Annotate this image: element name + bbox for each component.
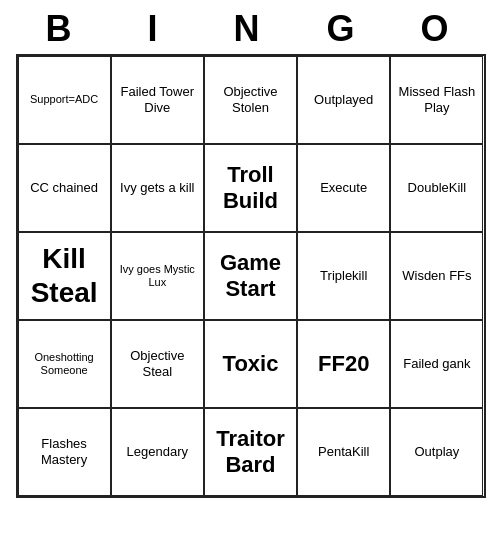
cell-text: Oneshotting Someone (23, 351, 106, 377)
cell-text: Objective Steal (116, 348, 199, 379)
bingo-cell-17[interactable]: Toxic (204, 320, 297, 408)
cell-text: Failed Tower Dive (116, 84, 199, 115)
bingo-grid: Support=ADCFailed Tower DiveObjective St… (16, 54, 486, 498)
cell-text: Failed gank (403, 356, 470, 372)
cell-text: Ivy gets a kill (120, 180, 194, 196)
bingo-cell-23[interactable]: PentaKill (297, 408, 390, 496)
cell-text: Toxic (223, 351, 279, 377)
cell-text: PentaKill (318, 444, 369, 460)
bingo-cell-16[interactable]: Objective Steal (111, 320, 204, 408)
bingo-cell-19[interactable]: Failed gank (390, 320, 483, 408)
cell-text: Troll Build (209, 162, 292, 215)
cell-text: Wisden FFs (402, 268, 471, 284)
bingo-cell-20[interactable]: Flashes Mastery (18, 408, 111, 496)
cell-text: Game Start (209, 250, 292, 303)
title-letter: O (399, 8, 479, 50)
bingo-cell-5[interactable]: CC chained (18, 144, 111, 232)
bingo-cell-22[interactable]: Traitor Bard (204, 408, 297, 496)
bingo-cell-6[interactable]: Ivy gets a kill (111, 144, 204, 232)
bingo-cell-12[interactable]: Game Start (204, 232, 297, 320)
bingo-title-row: BINGO (16, 0, 486, 54)
cell-text: Ivy goes Mystic Lux (116, 263, 199, 289)
bingo-cell-21[interactable]: Legendary (111, 408, 204, 496)
cell-text: Missed Flash Play (395, 84, 478, 115)
cell-text: DoubleKill (408, 180, 467, 196)
bingo-cell-4[interactable]: Missed Flash Play (390, 56, 483, 144)
cell-text: FF20 (318, 351, 369, 377)
bingo-cell-15[interactable]: Oneshotting Someone (18, 320, 111, 408)
cell-text: CC chained (30, 180, 98, 196)
cell-text: Outplay (414, 444, 459, 460)
cell-text: Legendary (127, 444, 188, 460)
bingo-cell-7[interactable]: Troll Build (204, 144, 297, 232)
bingo-cell-10[interactable]: Kill Steal (18, 232, 111, 320)
bingo-cell-9[interactable]: DoubleKill (390, 144, 483, 232)
cell-text: Execute (320, 180, 367, 196)
bingo-cell-2[interactable]: Objective Stolen (204, 56, 297, 144)
title-letter: G (305, 8, 385, 50)
bingo-cell-14[interactable]: Wisden FFs (390, 232, 483, 320)
bingo-cell-24[interactable]: Outplay (390, 408, 483, 496)
cell-text: Traitor Bard (209, 426, 292, 479)
bingo-cell-13[interactable]: Triplekill (297, 232, 390, 320)
cell-text: Kill Steal (23, 242, 106, 309)
cell-text: Flashes Mastery (23, 436, 106, 467)
cell-text: Outplayed (314, 92, 373, 108)
title-letter: N (211, 8, 291, 50)
bingo-cell-3[interactable]: Outplayed (297, 56, 390, 144)
bingo-cell-1[interactable]: Failed Tower Dive (111, 56, 204, 144)
cell-text: Support=ADC (30, 93, 98, 106)
bingo-cell-8[interactable]: Execute (297, 144, 390, 232)
bingo-cell-11[interactable]: Ivy goes Mystic Lux (111, 232, 204, 320)
title-letter: I (117, 8, 197, 50)
title-letter: B (23, 8, 103, 50)
bingo-cell-18[interactable]: FF20 (297, 320, 390, 408)
cell-text: Triplekill (320, 268, 367, 284)
cell-text: Objective Stolen (209, 84, 292, 115)
bingo-cell-0[interactable]: Support=ADC (18, 56, 111, 144)
